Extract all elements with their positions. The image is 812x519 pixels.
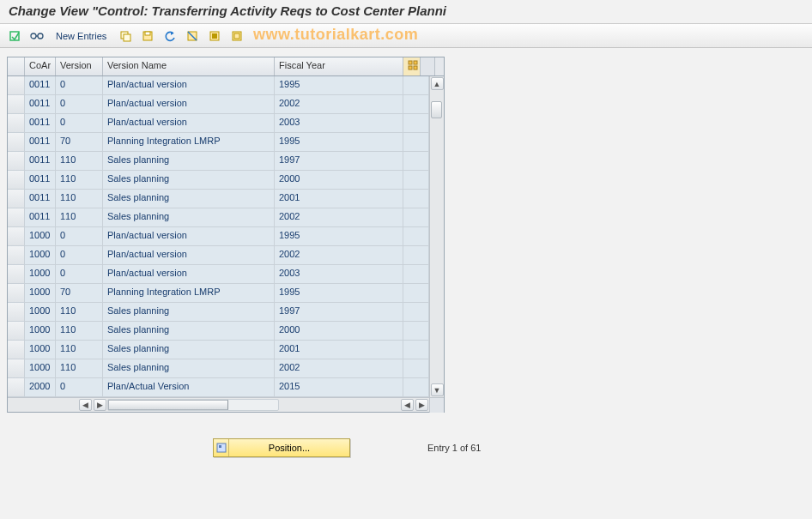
cell-version-name[interactable]: Planning Integration LMRP: [103, 133, 275, 151]
vscroll-thumb[interactable]: [431, 101, 442, 118]
cell-version[interactable]: 110: [56, 190, 103, 208]
cell-coar[interactable]: 1000: [25, 284, 56, 302]
table-row[interactable]: 1000110Sales planning1997: [8, 303, 429, 322]
table-row[interactable]: 10000Plan/actual version2003: [8, 265, 429, 284]
row-selector[interactable]: [8, 190, 25, 208]
cell-version[interactable]: 0: [56, 265, 103, 283]
cell-version[interactable]: 110: [56, 152, 103, 170]
table-row[interactable]: 00110Plan/actual version2003: [8, 114, 429, 133]
table-row[interactable]: 00110Plan/actual version1995: [8, 76, 429, 95]
display-icon[interactable]: [27, 27, 46, 45]
row-selector[interactable]: [8, 133, 25, 151]
row-selector[interactable]: [8, 208, 25, 226]
table-row[interactable]: 100070Planning Integration LMRP1995: [8, 284, 429, 303]
configure-columns-icon[interactable]: [403, 57, 421, 75]
cell-version[interactable]: 0: [56, 76, 103, 94]
expand-icon[interactable]: [5, 27, 24, 45]
cell-version[interactable]: 0: [56, 246, 103, 264]
table-row[interactable]: 10000Plan/actual version1995: [8, 227, 429, 246]
row-selector[interactable]: [8, 359, 25, 377]
deselect-icon[interactable]: [227, 27, 246, 45]
select-all-icon[interactable]: [205, 27, 224, 45]
vscroll-track[interactable]: [431, 91, 444, 383]
cell-version[interactable]: 110: [56, 322, 103, 340]
cell-coar[interactable]: 0011: [25, 152, 56, 170]
cell-fiscal-year[interactable]: 1997: [275, 303, 403, 321]
cell-fiscal-year[interactable]: 2001: [275, 190, 403, 208]
hscroll-thumb[interactable]: [108, 400, 228, 410]
table-row[interactable]: 0011110Sales planning1997: [8, 152, 429, 171]
copy-icon[interactable]: [116, 27, 135, 45]
cell-version-name[interactable]: Plan/actual version: [103, 246, 275, 264]
cell-fiscal-year[interactable]: 2003: [275, 265, 403, 283]
cell-fiscal-year[interactable]: 1995: [275, 284, 403, 302]
table-row[interactable]: 1000110Sales planning2002: [8, 359, 429, 378]
cell-fiscal-year[interactable]: 2002: [275, 359, 403, 377]
save-icon[interactable]: [138, 27, 157, 45]
row-selector[interactable]: [8, 284, 25, 302]
row-selector[interactable]: [8, 76, 25, 94]
cell-fiscal-year[interactable]: 2003: [275, 114, 403, 132]
horizontal-scrollbar[interactable]: ◀ ▶ ◀ ▶: [8, 397, 444, 412]
cell-version[interactable]: 110: [56, 303, 103, 321]
cell-fiscal-year[interactable]: 1995: [275, 227, 403, 245]
row-selector[interactable]: [8, 171, 25, 189]
column-header-version[interactable]: Version: [56, 57, 103, 75]
cell-coar[interactable]: 1000: [25, 246, 56, 264]
cell-version[interactable]: 110: [56, 171, 103, 189]
table-row[interactable]: 10000Plan/actual version2002: [8, 246, 429, 265]
table-row[interactable]: 0011110Sales planning2000: [8, 171, 429, 190]
cell-coar[interactable]: 0011: [25, 95, 56, 113]
cell-coar[interactable]: 1000: [25, 265, 56, 283]
cell-version-name[interactable]: Sales planning: [103, 341, 275, 359]
cell-version[interactable]: 70: [56, 133, 103, 151]
cell-fiscal-year[interactable]: 2001: [275, 341, 403, 359]
table-row[interactable]: 20000Plan/Actual Version2015: [8, 378, 429, 397]
cell-version-name[interactable]: Sales planning: [103, 152, 275, 170]
row-selector[interactable]: [8, 114, 25, 132]
row-selector[interactable]: [8, 95, 25, 113]
cell-version-name[interactable]: Plan/actual version: [103, 265, 275, 283]
table-row[interactable]: 001170Planning Integration LMRP1995: [8, 133, 429, 152]
cell-fiscal-year[interactable]: 1995: [275, 76, 403, 94]
row-selector[interactable]: [8, 322, 25, 340]
cell-version-name[interactable]: Sales planning: [103, 303, 275, 321]
scroll-up-icon[interactable]: ▲: [431, 77, 444, 90]
column-header-fiscal-year[interactable]: Fiscal Year: [275, 57, 403, 75]
cell-coar[interactable]: 0011: [25, 208, 56, 226]
table-row[interactable]: 00110Plan/actual version2002: [8, 95, 429, 114]
table-row[interactable]: 1000110Sales planning2001: [8, 341, 429, 359]
column-header-coar[interactable]: CoAr: [25, 57, 56, 75]
scroll-left-end-icon[interactable]: ◀: [401, 399, 414, 411]
cell-version[interactable]: 0: [56, 378, 103, 396]
row-selector[interactable]: [8, 246, 25, 264]
cell-fiscal-year[interactable]: 2000: [275, 171, 403, 189]
table-row[interactable]: 0011110Sales planning2002: [8, 208, 429, 227]
undo-icon[interactable]: [161, 27, 179, 45]
column-header-version-name[interactable]: Version Name: [103, 57, 275, 75]
cell-version-name[interactable]: Plan/actual version: [103, 76, 275, 94]
cell-version-name[interactable]: Plan/actual version: [103, 114, 275, 132]
cell-coar[interactable]: 1000: [25, 303, 56, 321]
cell-version-name[interactable]: Planning Integration LMRP: [103, 284, 275, 302]
cell-version[interactable]: 110: [56, 359, 103, 377]
cell-version[interactable]: 0: [56, 114, 103, 132]
cell-coar[interactable]: 0011: [25, 114, 56, 132]
cell-version-name[interactable]: Sales planning: [103, 322, 275, 340]
row-selector[interactable]: [8, 152, 25, 170]
cell-fiscal-year[interactable]: 2000: [275, 322, 403, 340]
cell-version-name[interactable]: Plan/Actual Version: [103, 378, 275, 396]
cell-coar[interactable]: 1000: [25, 322, 56, 340]
cell-coar[interactable]: 0011: [25, 133, 56, 151]
cell-coar[interactable]: 0011: [25, 76, 56, 94]
scroll-right-icon[interactable]: ▶: [415, 399, 428, 411]
cell-version[interactable]: 0: [56, 95, 103, 113]
cell-coar[interactable]: 1000: [25, 359, 56, 377]
scroll-down-icon[interactable]: ▼: [431, 383, 444, 396]
cell-coar[interactable]: 2000: [25, 378, 56, 396]
hscroll-track[interactable]: [107, 399, 279, 411]
delete-icon[interactable]: [183, 27, 202, 45]
cell-version-name[interactable]: Plan/actual version: [103, 95, 275, 113]
cell-fiscal-year[interactable]: 2002: [275, 208, 403, 226]
cell-version-name[interactable]: Sales planning: [103, 208, 275, 226]
